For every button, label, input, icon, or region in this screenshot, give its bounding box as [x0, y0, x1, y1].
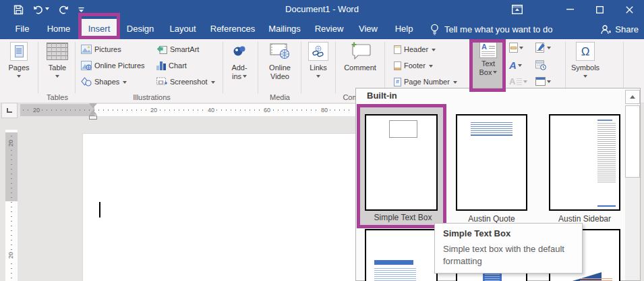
group-separator	[384, 42, 385, 93]
online-video-icon	[270, 43, 290, 59]
tab-file[interactable]: File	[9, 19, 35, 39]
horizontal-ruler: 20 20 40 60 80	[20, 104, 355, 116]
tab-review[interactable]: Review	[312, 19, 347, 39]
gallery-section-header: Built-in	[367, 91, 397, 101]
ruler-number: 20	[7, 250, 14, 261]
shapes-label: Shapes	[94, 78, 119, 86]
ruler-number: 20	[148, 106, 159, 114]
ribbon-display-options-icon	[512, 5, 523, 14]
group-separator	[565, 42, 566, 93]
thumbnail-facet-text	[580, 278, 612, 281]
wordart-button[interactable]: A	[509, 60, 522, 70]
drop-cap-button[interactable]: A	[509, 77, 527, 86]
table-button[interactable]: Table	[42, 41, 73, 80]
footer-icon	[394, 61, 401, 70]
gallery-scrollbar-track[interactable]	[625, 178, 640, 280]
signature-line-button[interactable]	[535, 43, 551, 53]
quick-parts-button[interactable]	[509, 43, 523, 53]
gallery-item-austin-quote[interactable]	[456, 114, 527, 211]
left-indent-marker[interactable]	[89, 116, 97, 120]
table-label: Table	[49, 63, 66, 72]
add-ins-button[interactable]: Add- ins	[225, 41, 254, 81]
drop-cap-icon: A	[509, 77, 515, 86]
group-label-media: Media	[262, 93, 298, 103]
shapes-icon	[81, 77, 92, 86]
ribbon-tab-bar: File Home Insert Design Layout Reference…	[0, 19, 644, 39]
gallery-scroll-up-button[interactable]	[625, 90, 640, 104]
tab-help[interactable]: Help	[390, 19, 418, 39]
object-button[interactable]	[535, 77, 551, 86]
header-button[interactable]: Header	[394, 43, 436, 56]
thumbnail-text-box	[389, 120, 417, 138]
text-box-label-line2: Box	[479, 68, 492, 77]
ribbon-display-options-button[interactable]	[504, 0, 531, 19]
quick-parts-icon	[509, 43, 518, 53]
tab-insert[interactable]: Insert	[82, 19, 117, 39]
shapes-dropdown-arrow-icon	[123, 81, 127, 86]
smartart-label: SmartArt	[170, 45, 199, 53]
text-box-button[interactable]: A Text Box	[473, 40, 504, 90]
share-button[interactable]: Share	[600, 19, 639, 39]
links-label: Links	[310, 63, 327, 72]
group-label-tables: Tables	[39, 93, 76, 103]
gallery-item-label: Austin Sidebar	[541, 214, 628, 224]
first-line-indent-marker[interactable]	[89, 103, 97, 108]
online-video-button[interactable]: Online Video	[262, 41, 298, 81]
online-video-label-line2: Video	[270, 72, 289, 81]
symbols-button[interactable]: Ω Symbols	[569, 41, 602, 80]
group-separator	[469, 42, 470, 93]
tab-home[interactable]: Home	[43, 19, 74, 39]
close-icon	[626, 6, 633, 14]
document-page[interactable]	[82, 133, 355, 281]
header-label: Header	[404, 45, 428, 53]
close-button[interactable]	[614, 0, 644, 19]
pictures-icon	[81, 45, 92, 54]
text-box-label-line1: Text	[481, 59, 495, 68]
ruler-number: 40	[206, 106, 216, 114]
gallery-item-simple-text-box[interactable]	[365, 114, 438, 211]
date-time-icon	[535, 60, 546, 70]
gallery-item-row2-1[interactable]	[365, 229, 438, 281]
add-ins-label-line2: ins	[232, 72, 241, 81]
thumbnail-quote-text	[471, 121, 513, 136]
tab-mailings[interactable]: Mailings	[264, 19, 305, 39]
pages-button[interactable]: Pages	[3, 41, 35, 80]
comment-label: Comment	[344, 63, 376, 72]
tab-view[interactable]: View	[353, 19, 383, 39]
page-number-button[interactable]: # Page Number	[394, 75, 457, 88]
object-icon	[535, 77, 546, 86]
tell-me-box[interactable]: Tell me what you want to do	[430, 19, 552, 39]
links-button[interactable]: Links	[303, 41, 333, 80]
gallery-item-austin-sidebar[interactable]	[549, 114, 620, 211]
comment-button[interactable]: Comment	[340, 41, 380, 72]
object-dropdown-arrow-icon	[547, 80, 551, 85]
chart-button[interactable]: Chart	[156, 59, 187, 72]
online-pictures-button[interactable]: Online Pictures	[81, 59, 145, 72]
minimize-button[interactable]	[555, 0, 585, 19]
smartart-button[interactable]: SmartArt	[156, 43, 199, 56]
chart-label: Chart	[169, 61, 187, 70]
maximize-button[interactable]	[585, 0, 614, 19]
tab-layout[interactable]: Layout	[165, 19, 201, 39]
table-icon	[47, 43, 68, 60]
shapes-button[interactable]: Shapes	[81, 75, 127, 88]
tab-design[interactable]: Design	[123, 19, 158, 39]
screenshot-icon	[156, 77, 167, 86]
online-video-label-line1: Online	[269, 63, 291, 72]
ruler-number: 20	[31, 106, 42, 114]
footer-dropdown-arrow-icon	[429, 65, 433, 70]
screenshot-button[interactable]: Screenshot	[156, 75, 215, 88]
header-icon	[394, 45, 401, 54]
pictures-button[interactable]: Pictures	[81, 43, 121, 56]
gallery-scrollbar-thumb[interactable]	[625, 105, 640, 178]
signature-line-dropdown-arrow-icon	[547, 47, 551, 51]
date-time-button[interactable]	[535, 60, 546, 70]
tab-selector-button[interactable]	[1, 103, 18, 118]
tab-stop-icon	[7, 108, 12, 113]
online-pictures-icon	[81, 61, 92, 70]
links-icon	[308, 42, 328, 61]
group-separator	[258, 42, 258, 93]
hanging-indent-marker[interactable]	[89, 110, 97, 115]
footer-button[interactable]: Footer	[394, 59, 433, 72]
tab-references[interactable]: References	[208, 19, 258, 39]
